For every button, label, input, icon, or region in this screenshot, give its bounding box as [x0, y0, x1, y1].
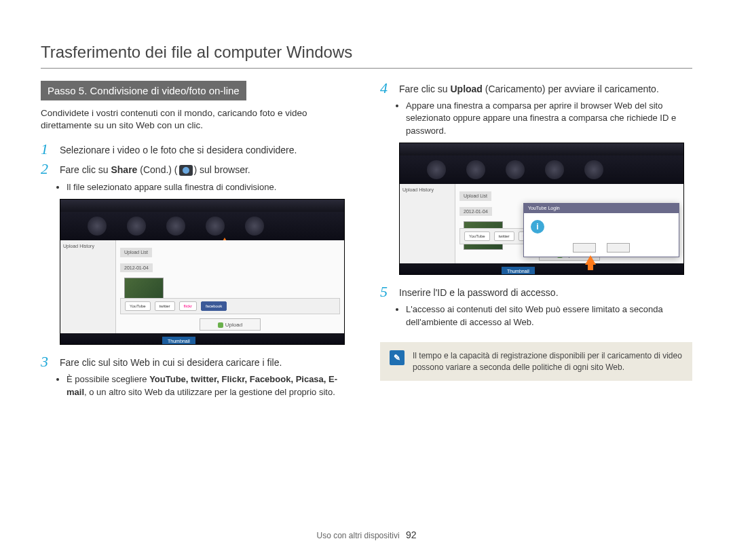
upload-label: Upload [450, 83, 482, 94]
site-facebook: facebook [201, 301, 227, 311]
toolbar-icon [506, 160, 525, 179]
page-title: Trasferimento dei file al computer Windo… [41, 41, 692, 69]
ss-upload-button: Upload [200, 318, 261, 331]
share-label: Share [111, 164, 137, 175]
toolbar-icon [166, 217, 185, 236]
ss-thumbnail-btn: Thumbnail [162, 337, 195, 345]
left-column: Passo 5. Condivisione di video/foto on-l… [41, 81, 353, 404]
step-number: 3 [41, 354, 53, 370]
bullet-item: L'accesso ai contenuti del sito Web può … [406, 303, 692, 328]
note-icon: ✎ [390, 350, 405, 365]
info-icon: i [531, 220, 544, 234]
intro-text: Condividete i vostri contenuti con il mo… [41, 107, 353, 133]
toolbar-icon [466, 160, 485, 179]
screenshot-share-window: Upload History Upload List 2012-01-04 Yo… [60, 199, 345, 345]
popup-buttons [573, 243, 630, 253]
site-twitter: twitter [155, 301, 175, 311]
ss-body: Upload History Upload List 2012-01-04 Yo… [60, 240, 344, 333]
site-flickr: flickr [179, 301, 197, 311]
ss-site-row: YouTube twitter flickr facebook [120, 298, 340, 314]
popup-body: i [524, 213, 679, 240]
bullet-item: È possibile scegliere YouTube, twitter, … [67, 373, 353, 398]
ss-sidebar: Upload History [60, 240, 116, 333]
page-footer: Uso con altri dispositivi 92 [0, 529, 733, 542]
text: ) sul browser. [194, 164, 250, 175]
step-5: 5 Inserire l'ID e la password di accesso… [380, 284, 692, 300]
toolbar-icon [88, 217, 107, 236]
login-popup: YouTube Login i [523, 203, 679, 257]
ss-date-chip: 2012-01-04 [459, 207, 492, 217]
toolbar-icon [584, 160, 603, 179]
toolbar-icon [427, 160, 446, 179]
ss-menubar [60, 200, 344, 212]
footer-section: Uso con altri dispositivi [317, 531, 400, 540]
ss-menubar [400, 143, 683, 155]
toolbar-icon [127, 217, 146, 236]
ss-toolbar [400, 155, 683, 184]
step-number: 5 [380, 284, 392, 300]
popup-cancel-button [607, 243, 630, 253]
step-4: 4 Fare clic su Upload (Caricamento) per … [380, 81, 692, 96]
step-4-bullets: Appare una finestra a comparsa per aprir… [380, 100, 692, 137]
note-text: Il tempo e la capacità di registrazione … [413, 350, 683, 373]
site-youtube: YouTube [464, 231, 490, 241]
text: Fare clic su [60, 164, 111, 175]
toolbar-icon [545, 160, 564, 179]
step-text: Fare clic su Share (Cond.) () sul browse… [60, 162, 353, 177]
screenshot-login-popup: Upload History Upload List 2012-01-04 Yo… [399, 143, 684, 275]
ss-body: Upload History Upload List 2012-01-04 Yo… [400, 184, 683, 263]
ss-bottombar: Thumbnail [60, 333, 344, 344]
toolbar-icon [206, 217, 225, 236]
ss-toolbar [60, 212, 344, 240]
popup-title: YouTube Login [524, 204, 679, 213]
ss-bottombar: Thumbnail [400, 263, 683, 274]
text: È possibile scegliere [67, 374, 149, 384]
popup-ok-button [573, 243, 596, 253]
site-twitter: twitter [494, 231, 514, 241]
toolbar-icon [245, 217, 264, 236]
step-number: 4 [380, 81, 392, 96]
step-1: 1 Selezionare i video o le foto che si d… [41, 142, 353, 157]
ss-main: Upload List 2012-01-04 YouTube twitter f… [116, 240, 344, 333]
step-text: Fare clic su Upload (Caricamento) per av… [399, 81, 692, 96]
ss-upload-list-label: Upload List [459, 191, 491, 201]
ss-sidebar: Upload History [400, 184, 455, 263]
text: Fare clic su [399, 83, 450, 94]
step-2: 2 Fare clic su Share (Cond.) () sul brow… [41, 162, 353, 177]
content-columns: Passo 5. Condivisione di video/foto on-l… [41, 81, 692, 404]
bullet-item: Appare una finestra a comparsa per aprir… [406, 100, 692, 137]
step-text: Fare clic sul sito Web in cui si desider… [60, 354, 353, 370]
callout-arrow-icon [585, 255, 596, 265]
step-2-bullets: Il file selezionato appare sulla finestr… [41, 181, 353, 193]
text: (Cond.) ( [137, 164, 177, 175]
right-column: 4 Fare clic su Upload (Caricamento) per … [380, 81, 692, 404]
share-icon [179, 165, 193, 176]
ss-thumbnail-btn: Thumbnail [502, 267, 535, 275]
step-3: 3 Fare clic sul sito Web in cui si desid… [41, 354, 353, 370]
step-number: 1 [41, 142, 53, 157]
step-5-bullets: L'accesso ai contenuti del sito Web può … [380, 303, 692, 328]
step-badge: Passo 5. Condivisione di video/foto on-l… [41, 81, 246, 100]
text: (Caricamento) per avviare il caricamento… [483, 83, 659, 94]
step-text: Selezionare i video o le foto che si des… [60, 142, 353, 157]
text: , o un altro sito Web da utilizzare per … [84, 387, 335, 397]
ss-upload-list-label: Upload List [120, 248, 152, 257]
step-text: Inserire l'ID e la password di accesso. [399, 284, 692, 300]
ss-date-chip: 2012-01-04 [120, 263, 153, 273]
ss-main: Upload List 2012-01-04 YouTube twitter f… [455, 184, 683, 263]
note-box: ✎ Il tempo e la capacità di registrazion… [380, 342, 692, 381]
site-youtube: YouTube [125, 301, 151, 311]
bullet-item: Il file selezionato appare sulla finestr… [67, 181, 353, 193]
step-3-bullets: È possibile scegliere YouTube, twitter, … [41, 373, 353, 398]
page-number: 92 [406, 529, 417, 540]
step-number: 2 [41, 162, 53, 177]
